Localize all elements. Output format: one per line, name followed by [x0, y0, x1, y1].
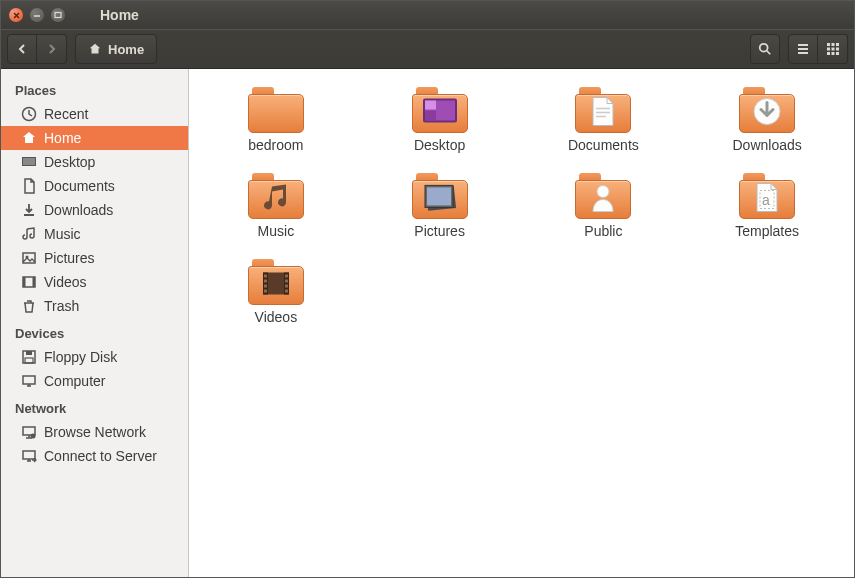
window-title: Home [100, 7, 139, 23]
home-icon [21, 130, 37, 146]
sidebar-item-videos[interactable]: Videos [1, 270, 188, 294]
sidebar: PlacesRecentHomeDesktopDocumentsDownload… [1, 69, 189, 578]
sidebar-item-computer[interactable]: Computer [1, 369, 188, 393]
sidebar-item-label: Desktop [44, 154, 95, 170]
svg-rect-0 [55, 13, 61, 18]
music-icon [21, 226, 37, 242]
sidebar-item-desktop[interactable]: Desktop [1, 150, 188, 174]
svg-rect-14 [23, 253, 35, 263]
download-icon [21, 202, 37, 218]
svg-rect-3 [831, 43, 834, 46]
svg-rect-46 [285, 285, 288, 288]
folder-label: bedroom [248, 137, 303, 153]
folder-icon: a [739, 173, 795, 219]
sidebar-item-pictures[interactable]: Pictures [1, 246, 188, 270]
svg-rect-6 [831, 48, 834, 51]
folder-label: Videos [255, 309, 298, 325]
window-minimize-button[interactable] [30, 8, 44, 22]
grid-view-button[interactable] [818, 34, 848, 64]
path-label: Home [108, 42, 144, 57]
svg-text:a: a [762, 192, 770, 208]
svg-rect-5 [827, 48, 830, 51]
svg-rect-17 [23, 277, 26, 287]
titlebar: Home [1, 1, 854, 29]
svg-rect-8 [827, 52, 830, 55]
sidebar-item-label: Connect to Server [44, 448, 157, 464]
sidebar-item-trash[interactable]: Trash [1, 294, 188, 318]
sidebar-item-floppy-disk[interactable]: Floppy Disk [1, 345, 188, 369]
svg-rect-43 [264, 290, 267, 293]
sidebar-item-browse-network[interactable]: Browse Network [1, 420, 188, 444]
folder-music[interactable]: Music [199, 173, 353, 239]
window-close-button[interactable] [9, 8, 23, 22]
svg-rect-13 [23, 158, 35, 165]
folder-icon [739, 87, 795, 133]
svg-rect-18 [33, 277, 36, 287]
svg-rect-4 [836, 43, 839, 46]
list-view-button[interactable] [788, 34, 818, 64]
search-button[interactable] [750, 34, 780, 64]
svg-rect-40 [264, 275, 267, 278]
sidebar-item-label: Trash [44, 298, 79, 314]
sidebar-item-label: Recent [44, 106, 88, 122]
sidebar-item-label: Documents [44, 178, 115, 194]
computer-icon [21, 373, 37, 389]
folder-icon [248, 173, 304, 219]
folder-public[interactable]: Public [527, 173, 681, 239]
forward-button[interactable] [37, 34, 67, 64]
sidebar-item-label: Music [44, 226, 81, 242]
floppy-icon [21, 349, 37, 365]
sidebar-item-recent[interactable]: Recent [1, 102, 188, 126]
folder-label: Desktop [414, 137, 465, 153]
svg-point-24 [31, 434, 36, 439]
svg-rect-28 [425, 101, 436, 110]
sidebar-item-home[interactable]: Home [1, 126, 188, 150]
folder-icon [412, 87, 468, 133]
sidebar-heading: Devices [1, 318, 188, 345]
svg-rect-2 [827, 43, 830, 46]
sidebar-item-music[interactable]: Music [1, 222, 188, 246]
folder-templates[interactable]: aTemplates [690, 173, 844, 239]
server-icon [21, 448, 37, 464]
network-icon [21, 424, 37, 440]
svg-rect-25 [23, 451, 35, 459]
svg-rect-41 [264, 280, 267, 283]
folder-downloads[interactable]: Downloads [690, 87, 844, 153]
sidebar-item-connect-to-server[interactable]: Connect to Server [1, 444, 188, 468]
folder-label: Downloads [732, 137, 801, 153]
video-icon [21, 274, 37, 290]
folder-documents[interactable]: Documents [527, 87, 681, 153]
svg-rect-7 [836, 48, 839, 51]
svg-rect-45 [285, 280, 288, 283]
folder-label: Music [258, 223, 295, 239]
svg-rect-29 [425, 111, 436, 121]
home-icon [88, 42, 102, 56]
main-view: bedroomDesktopDocumentsDownloadsMusicPic… [189, 69, 854, 578]
sidebar-item-label: Computer [44, 373, 105, 389]
folder-label: Documents [568, 137, 639, 153]
sidebar-item-documents[interactable]: Documents [1, 174, 188, 198]
folder-label: Pictures [414, 223, 465, 239]
desktop-icon [21, 154, 37, 170]
folder-desktop[interactable]: Desktop [363, 87, 517, 153]
sidebar-item-label: Browse Network [44, 424, 146, 440]
svg-rect-9 [831, 52, 834, 55]
toolbar: Home [1, 29, 854, 69]
path-segment-home[interactable]: Home [75, 34, 157, 64]
window-maximize-button[interactable] [51, 8, 65, 22]
clock-icon [21, 106, 37, 122]
sidebar-item-label: Videos [44, 274, 87, 290]
svg-rect-33 [427, 187, 451, 205]
trash-icon [21, 298, 37, 314]
folder-pictures[interactable]: Pictures [363, 173, 517, 239]
svg-point-34 [597, 186, 609, 198]
document-icon [21, 178, 37, 194]
folder-bedroom[interactable]: bedroom [199, 87, 353, 153]
back-button[interactable] [7, 34, 37, 64]
sidebar-item-downloads[interactable]: Downloads [1, 198, 188, 222]
folder-videos[interactable]: Videos [199, 259, 353, 325]
folder-label: Templates [735, 223, 799, 239]
folder-icon [412, 173, 468, 219]
pathbar: Home [75, 34, 157, 64]
folder-label: Public [584, 223, 622, 239]
